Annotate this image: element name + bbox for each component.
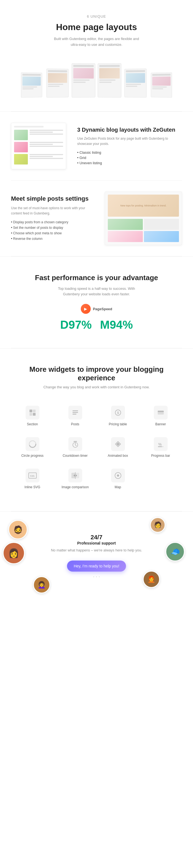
svg-rect-13 <box>74 441 77 442</box>
layout-card-3 <box>72 63 95 97</box>
mobile-score: M94% <box>100 318 133 332</box>
blog-heading: 3 Dynamic blog layouts with ZeGuten <box>77 126 182 133</box>
svg-rect-5 <box>72 412 78 413</box>
desktop-score: D97% <box>60 318 92 332</box>
support-center: 24/7 Professional support No matter what… <box>11 534 182 580</box>
blog-mockup <box>11 123 66 169</box>
blog-list-item-2: Grid <box>77 155 182 160</box>
support-heading: Professional support <box>11 541 182 545</box>
widget-item-progress-bar: % Progress bar <box>139 432 182 463</box>
support-description: No matter what happens – we're always he… <box>11 548 182 552</box>
widget-icon-animated-box <box>111 437 125 451</box>
widget-label-section: Section <box>27 422 38 426</box>
support-badge: 24/7 <box>11 534 182 541</box>
support-section: 🧔 🧑 👩 🧢 👩‍🦱 🧑‍🦰 24/7 Professional suppor… <box>0 512 193 602</box>
blog-description: Use ZeGuten Posts block for any page bui… <box>77 136 182 147</box>
widget-icon-countdown-timer <box>68 437 82 451</box>
widget-label-pricing-table: Pricing table <box>109 422 127 426</box>
widget-label-inline-svg: Inline SVG <box>25 485 40 489</box>
svg-rect-10 <box>158 411 164 412</box>
widget-item-animated-box: Animated box <box>96 432 139 463</box>
blog-section: 3 Dynamic blog layouts with ZeGuten Use … <box>0 112 193 180</box>
svg-rect-3 <box>33 413 36 416</box>
blog-list-item-3: Uneven listing <box>77 160 182 165</box>
blog-list: Classic listing Grid Uneven listing <box>77 150 182 165</box>
widget-item-inline-svg: SVG Inline SVG <box>11 463 54 495</box>
widget-label-image-comparison: Image comparison <box>62 485 89 489</box>
svg-rect-19 <box>158 446 162 447</box>
layout-card-1 <box>21 72 42 98</box>
widget-item-section: Section <box>11 400 54 432</box>
posts-section: Meet simple posts settings Use the set o… <box>0 181 193 256</box>
widget-item-empty <box>139 463 182 495</box>
widget-label-circle-progress: Circle progress <box>21 454 43 458</box>
svg-text:%: % <box>158 442 162 446</box>
posts-list-item-2: Set the number of posts to display <box>11 225 94 230</box>
widgets-heading: More widgets to improve your blogging ex… <box>11 365 182 382</box>
performance-description: Top loading speed is a half-way to succe… <box>53 286 140 298</box>
widget-icon-section <box>26 406 39 420</box>
posts-mockup: New tops for posting. Minimalism in tren… <box>105 191 182 245</box>
svg-point-28 <box>117 474 119 477</box>
widget-icon-circle-progress <box>26 437 39 451</box>
posts-grid-item-4 <box>144 231 179 242</box>
widget-label-banner: Banner <box>155 422 166 426</box>
svg-rect-2 <box>30 413 32 416</box>
svg-line-16 <box>75 445 76 446</box>
layout-card-5 <box>124 68 147 97</box>
layout-card-4 <box>98 63 121 97</box>
widgets-subtitle: Change the way you blog and work with co… <box>11 385 182 389</box>
avatar-2: 🧑 <box>150 517 165 533</box>
hero-section: 6 Unique Home page layouts Built with Gu… <box>0 0 193 111</box>
widget-label-progress-bar: Progress bar <box>151 454 170 458</box>
widget-label-countdown-timer: Countdown timer <box>63 454 88 458</box>
layout-card-2 <box>46 68 68 97</box>
chat-dots: · · · <box>11 574 182 580</box>
posts-heading: Meet simple posts settings <box>11 195 94 203</box>
posts-list-item-3: Choose which post meta to show <box>11 230 94 236</box>
blog-thumb-3 <box>14 154 28 164</box>
widgets-section: More widgets to improve your blogging ex… <box>0 348 193 511</box>
posts-grid <box>108 219 179 242</box>
blog-mockup-header <box>14 126 43 127</box>
blog-thumb-2 <box>14 142 28 152</box>
performance-heading: Fast performance is your advantage <box>17 273 176 283</box>
layout-card-6 <box>151 72 172 98</box>
widget-icon-pricing-table: $ <box>111 406 125 420</box>
pagespeed-icon <box>81 304 91 314</box>
posts-list-item-1: Display posts from a chosen category <box>11 219 94 225</box>
posts-content: Meet simple posts settings Use the set o… <box>11 195 94 242</box>
svg-text:$: $ <box>117 411 119 415</box>
widget-icon-banner <box>154 406 168 420</box>
widget-label-animated-box: Animated box <box>108 454 128 458</box>
layouts-mockup <box>0 56 193 111</box>
performance-section: Fast performance is your advantage Top l… <box>0 256 193 348</box>
svg-rect-1 <box>33 410 36 412</box>
blog-thumb-1 <box>14 130 28 140</box>
widget-item-posts: Posts <box>54 400 96 432</box>
widget-item-countdown-timer: Countdown timer <box>54 432 96 463</box>
posts-list: Display posts from a chosen category Set… <box>11 219 94 242</box>
widget-item-pricing-table: $ Pricing table <box>96 400 139 432</box>
blog-list-item-1: Classic listing <box>77 150 182 155</box>
posts-grid-item-3 <box>108 231 143 242</box>
widget-label-posts: Posts <box>71 422 79 426</box>
posts-grid-item-2 <box>144 219 179 230</box>
widget-icon-inline-svg: SVG <box>26 469 39 483</box>
widget-icon-map <box>111 469 125 483</box>
widget-item-banner: Banner <box>139 400 182 432</box>
hero-label: 6 Unique <box>50 14 143 20</box>
svg-rect-0 <box>30 410 32 412</box>
widget-item-image-comparison: Image comparison <box>54 463 96 495</box>
widget-icon-image-comparison <box>68 469 82 483</box>
posts-list-item-4: Reverse the column <box>11 236 94 242</box>
pagespeed-badge: PageSpeed <box>81 304 112 314</box>
widget-label-map: Map <box>115 485 121 489</box>
widget-icon-progress-bar: % <box>154 437 168 451</box>
widget-item-circle-progress: Circle progress <box>11 432 54 463</box>
widget-icon-posts <box>68 406 82 420</box>
hero-description: Built with Gutenberg editor, the pages a… <box>50 36 143 48</box>
svg-rect-6 <box>72 414 76 414</box>
widgets-grid: Section Posts $ <box>11 400 182 495</box>
svg-text:SVG: SVG <box>30 475 34 477</box>
